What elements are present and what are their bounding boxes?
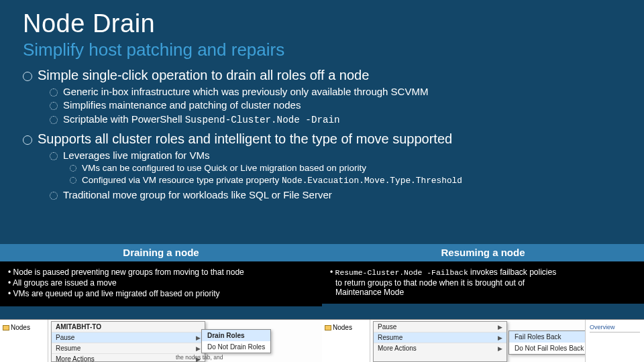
- menu-label: Resume: [56, 345, 80, 352]
- flyout-item-failback[interactable]: Fail Roles Back: [509, 331, 595, 343]
- code-inline: Suspend-Cluster.Node -Drain: [185, 115, 340, 125]
- chevron-right-icon: ▶: [196, 335, 201, 341]
- chevron-right-icon: ▶: [498, 345, 502, 352]
- folder-icon: [3, 325, 9, 330]
- menu-item-pause[interactable]: Pause▶: [374, 322, 506, 333]
- panel-header: Resuming a node: [322, 244, 644, 261]
- menu-label: Pause: [56, 334, 74, 341]
- screenshot-drain: Nodes AMITABHT-TO Pause▶ Resume▶ More Ac…: [0, 319, 322, 362]
- bullet-l3: VMs can be configured to use Quick or Li…: [70, 162, 621, 174]
- chevron-right-icon: ▶: [498, 324, 502, 330]
- panel-line: to return groups to that node when it is…: [329, 278, 637, 288]
- panel-body: Node is paused preventing new groups fro…: [0, 261, 322, 306]
- flyout-item-nofailback[interactable]: Do Not Fail Roles Back: [509, 343, 595, 354]
- bullet-content: Simple single-click operation to drain a…: [23, 67, 621, 202]
- menu-item-more[interactable]: More Actions▶: [374, 343, 506, 353]
- code-inline: Node.Evacuation.Move.Type.Threshold: [282, 176, 462, 186]
- panel-drain: Draining a node Node is paused preventin…: [0, 244, 322, 306]
- chevron-right-icon: ▶: [498, 335, 502, 341]
- flyout-item-nodrain[interactable]: Do Not Drain Roles: [202, 341, 270, 353]
- screenshots-row: Nodes AMITABHT-TO Pause▶ Resume▶ More Ac…: [0, 319, 644, 362]
- bullet-l2: Scriptable with PowerShell Suspend-Clust…: [50, 113, 621, 127]
- text: Configured via VM resource type private …: [82, 175, 282, 185]
- bullet-l1: Simple single-click operation to drain a…: [23, 67, 621, 84]
- tooltip-hint: the nodes tab, and: [176, 354, 223, 361]
- chevron-right-icon: ▶: [196, 345, 201, 352]
- tree-label: Nodes: [11, 324, 30, 331]
- tree-label: Nodes: [333, 324, 352, 331]
- bullet-l3: Configured via VM resource type private …: [70, 174, 621, 186]
- tree-pane: Nodes: [0, 320, 48, 362]
- bullet-l2: Simplifies maintenance and patching of c…: [50, 99, 621, 112]
- menu-item-resume[interactable]: Resume▶: [374, 333, 506, 343]
- panel-body: Resume-Cluster.Node -Failback invokes fa…: [322, 261, 644, 304]
- menu-header: AMITABHT-TO: [52, 322, 205, 333]
- menu-label: Pause: [378, 323, 396, 330]
- menu-label: Resume: [378, 334, 402, 341]
- panel-line: All groups are issued a move: [7, 278, 315, 288]
- panel-line: Node is paused preventing new groups fro…: [7, 267, 315, 278]
- slide-title: Node Drain: [23, 9, 621, 38]
- panel-resume: Resuming a node Resume-Cluster.Node -Fai…: [322, 244, 644, 306]
- bullet-l2: Leverages live migration for VMs: [50, 149, 621, 162]
- context-menu: Pause▶ Resume▶ More Actions▶: [373, 321, 507, 362]
- panel-line: Resume-Cluster.Node -Failback invokes fa…: [329, 267, 637, 278]
- panel-line: Maintenance Mode: [329, 288, 637, 297]
- text: invokes failback policies: [468, 267, 556, 277]
- flyout-item-drain[interactable]: Drain Roles: [202, 330, 270, 341]
- bullet-l2: Traditional move group for workloads lik…: [50, 188, 621, 202]
- menu-label: More Actions: [378, 345, 417, 352]
- actions-pane: Overview: [585, 320, 644, 362]
- panel-line: VMs are queued up and live migrated off …: [7, 288, 315, 299]
- tree-pane: Nodes: [322, 320, 370, 362]
- flyout-menu: Fail Roles Back Do Not Fail Roles Back: [508, 330, 596, 355]
- menu-item-pause[interactable]: Pause▶: [52, 333, 205, 343]
- panels-row: Draining a node Node is paused preventin…: [0, 244, 644, 306]
- menu-item-resume[interactable]: Resume▶: [52, 343, 205, 354]
- slide-subtitle: Simplify host patching and repairs: [23, 40, 621, 60]
- screenshot-resume: Nodes Pause▶ Resume▶ More Actions▶ Fail …: [322, 319, 644, 362]
- text: Scriptable with PowerShell: [63, 113, 185, 125]
- folder-icon: [325, 325, 331, 330]
- actions-heading: Overview: [590, 324, 640, 333]
- code-inline: Resume-Cluster.Node -Failback: [335, 269, 468, 277]
- menu-label: More Actions: [56, 355, 95, 362]
- bullet-l1: Supports all cluster roles and intellige…: [23, 131, 621, 147]
- panel-header: Draining a node: [0, 244, 322, 261]
- flyout-menu: Drain Roles Do Not Drain Roles: [201, 329, 271, 353]
- bullet-l2: Generic in-box infrastructure which was …: [50, 85, 621, 99]
